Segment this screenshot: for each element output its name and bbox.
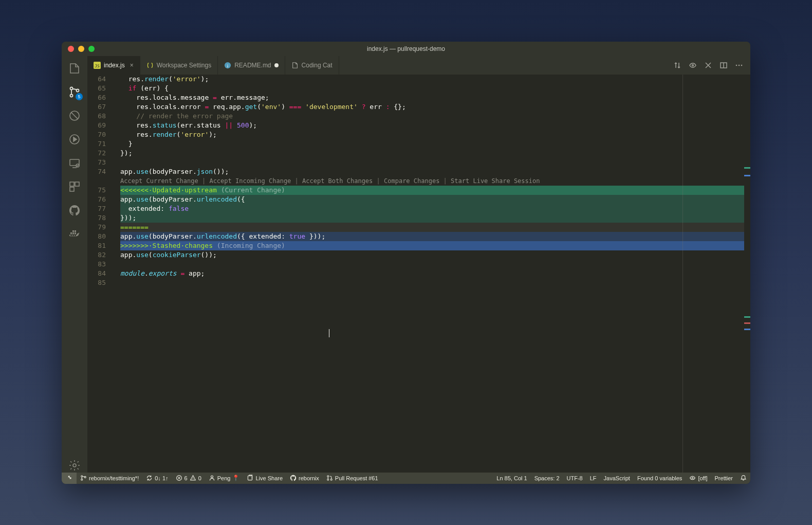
branch-name: rebornix/testtiming*! xyxy=(89,475,139,481)
language-status[interactable]: JavaScript xyxy=(600,473,634,484)
code-content[interactable]: res.render('error'); if (err) { res.loca… xyxy=(120,75,744,473)
sync-text: 0↓ 1↑ xyxy=(155,475,168,481)
minimap[interactable] xyxy=(744,75,750,473)
activity-bar: 5 xyxy=(62,56,87,473)
pr-status[interactable]: Pull Request #61 xyxy=(323,473,382,484)
svg-point-24 xyxy=(211,476,213,478)
tab-workspace-settings[interactable]: Workspace Settings xyxy=(140,56,218,75)
tab-index-js[interactable]: JS index.js × xyxy=(87,56,140,75)
github-status[interactable]: rebornix xyxy=(286,473,323,484)
svg-point-10 xyxy=(73,464,76,467)
svg-text:JS: JS xyxy=(95,63,100,68)
svg-rect-8 xyxy=(75,182,79,186)
remote-indicator[interactable] xyxy=(62,473,77,484)
json-icon xyxy=(146,62,154,69)
traffic-lights xyxy=(62,46,95,52)
gear-icon[interactable] xyxy=(67,458,82,473)
debug-disabled-icon[interactable] xyxy=(67,108,82,123)
tab-label: README.md xyxy=(234,62,271,69)
tab-coding-cat[interactable]: Coding Cat xyxy=(285,56,339,75)
source-control-icon[interactable]: 5 xyxy=(67,85,82,99)
line-number-gutter: 6465666768697071727374 75767778798081828… xyxy=(87,75,113,473)
scm-badge: 5 xyxy=(76,93,83,100)
extensions-icon[interactable] xyxy=(67,179,82,194)
svg-point-0 xyxy=(70,87,73,89)
docker-icon[interactable] xyxy=(67,227,82,241)
liveshare-label: Live Share xyxy=(255,475,283,481)
info-icon: i xyxy=(224,62,231,69)
diff-icon[interactable] xyxy=(704,61,712,69)
svg-point-1 xyxy=(70,94,73,97)
svg-point-15 xyxy=(692,64,694,66)
tab-label: Workspace Settings xyxy=(157,62,212,69)
github-user: rebornix xyxy=(299,475,319,481)
editor-actions xyxy=(666,56,750,75)
svg-point-26 xyxy=(327,476,329,477)
text-cursor xyxy=(329,329,329,337)
svg-point-27 xyxy=(327,479,329,480)
sync-status[interactable]: 0↓ 1↑ xyxy=(142,473,172,484)
tab-bar: JS index.js × Workspace Settings i READM… xyxy=(87,56,750,75)
svg-rect-7 xyxy=(70,182,74,186)
svg-point-19 xyxy=(741,64,743,66)
js-icon: JS xyxy=(94,62,101,69)
svg-point-20 xyxy=(81,476,83,477)
close-icon[interactable]: × xyxy=(130,62,134,69)
merge-codelens: Accept Current Change | Accept Incoming … xyxy=(120,176,744,186)
svg-point-18 xyxy=(739,64,740,66)
remote-explorer-icon[interactable] xyxy=(67,156,82,170)
fold-column xyxy=(113,75,120,473)
file-icon xyxy=(291,62,299,69)
editor-area: JS index.js × Workspace Settings i READM… xyxy=(87,56,750,473)
svg-rect-9 xyxy=(70,187,74,191)
branch-status[interactable]: rebornix/testtiming*! xyxy=(77,473,142,484)
tab-label: Coding Cat xyxy=(302,62,333,69)
files-icon[interactable] xyxy=(67,61,82,76)
split-editor-icon[interactable] xyxy=(719,61,728,69)
account-name: Peng xyxy=(217,475,231,481)
modified-indicator-icon xyxy=(274,63,279,67)
accept-both-link[interactable]: Accept Both Changes xyxy=(302,177,373,185)
notifications-icon[interactable] xyxy=(736,473,750,484)
editor-ruler xyxy=(682,75,683,473)
cursor-position[interactable]: Ln 85, Col 1 xyxy=(493,473,530,484)
live-share-link[interactable]: Start Live Share Session xyxy=(451,177,540,185)
svg-point-21 xyxy=(81,479,83,480)
compare-icon[interactable] xyxy=(673,61,681,69)
encoding-status[interactable]: UTF-8 xyxy=(563,473,586,484)
statusbar: rebornix/testtiming*! 0↓ 1↑ 6 0 Peng 📍 L… xyxy=(62,473,750,484)
tab-readme[interactable]: i README.md xyxy=(218,56,285,75)
eol-status[interactable]: LF xyxy=(586,473,600,484)
debug-run-icon[interactable] xyxy=(67,132,82,147)
svg-point-17 xyxy=(736,64,737,66)
problems-status[interactable]: 6 0 xyxy=(172,473,205,484)
svg-point-29 xyxy=(692,477,693,478)
compare-changes-link[interactable]: Compare Changes xyxy=(384,177,439,185)
variables-status[interactable]: Found 0 variables xyxy=(634,473,686,484)
formatter-status[interactable]: Prettier xyxy=(711,473,736,484)
github-icon[interactable] xyxy=(67,203,82,218)
vscode-window: index.js — pullrequest-demo 5 xyxy=(62,42,750,484)
pin-icon: 📍 xyxy=(232,475,239,481)
preview-icon[interactable] xyxy=(689,61,697,69)
more-icon[interactable] xyxy=(735,61,743,69)
pr-label: Pull Request #61 xyxy=(335,475,378,481)
account-status[interactable]: Peng 📍 xyxy=(205,473,244,484)
indentation-status[interactable]: Spaces: 2 xyxy=(531,473,563,484)
code-editor[interactable]: 6465666768697071727374 75767778798081828… xyxy=(87,75,750,473)
error-count: 6 xyxy=(184,475,188,481)
warning-count: 0 xyxy=(198,475,201,481)
tab-label: index.js xyxy=(104,62,125,69)
accept-current-link[interactable]: Accept Current Change xyxy=(120,177,198,185)
titlebar: index.js — pullrequest-demo xyxy=(62,42,750,56)
accept-incoming-link[interactable]: Accept Incoming Change xyxy=(209,177,291,185)
window-title: index.js — pullrequest-demo xyxy=(367,45,445,52)
main-area: 5 xyxy=(62,56,750,473)
svg-point-28 xyxy=(330,479,332,480)
close-window-button[interactable] xyxy=(68,46,74,52)
maximize-window-button[interactable] xyxy=(88,46,95,52)
minimize-window-button[interactable] xyxy=(78,46,84,52)
liveshare-status[interactable]: Live Share xyxy=(243,473,286,484)
preview-status[interactable]: [off] xyxy=(686,473,711,484)
